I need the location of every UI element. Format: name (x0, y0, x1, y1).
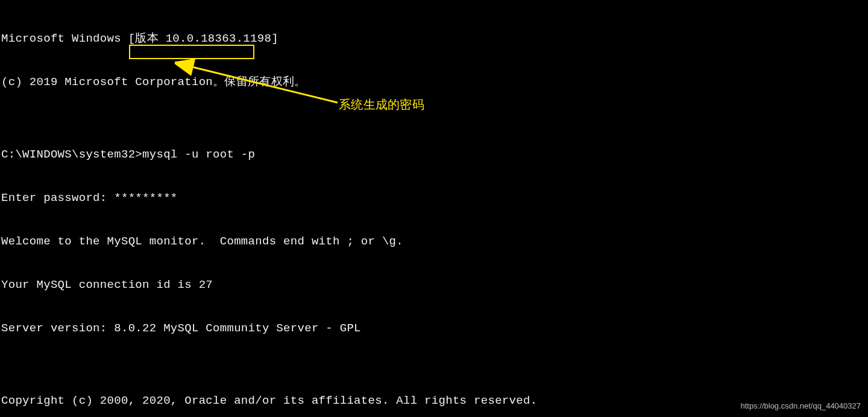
terminal-line: C:\WINDOWS\system32>mysql -u root -p (1, 147, 867, 162)
terminal-output[interactable]: Microsoft Windows [版本 10.0.18363.1198] (… (1, 2, 867, 417)
terminal-line: Your MySQL connection id is 27 (1, 278, 867, 292)
watermark-text: https://blog.csdn.net/qq_44040327 (741, 399, 861, 413)
terminal-line: (c) 2019 Microsoft Corporation。保留所有权利。 (1, 75, 867, 89)
terminal-line: Copyright (c) 2000, 2020, Oracle and/or … (1, 393, 867, 408)
terminal-line: Enter password: ********* (1, 191, 867, 205)
terminal-line: Welcome to the MySQL monitor. Commands e… (1, 234, 867, 249)
terminal-line: Server version: 8.0.22 MySQL Community S… (1, 321, 867, 336)
terminal-line: Microsoft Windows [版本 10.0.18363.1198] (1, 31, 867, 46)
